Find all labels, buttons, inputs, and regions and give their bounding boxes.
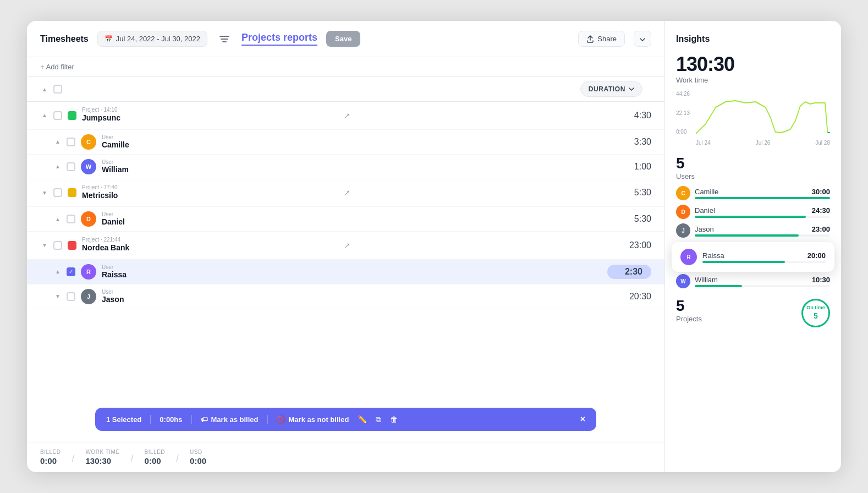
usd-value: 0:00 xyxy=(190,456,206,465)
users-count: 5 xyxy=(676,155,830,172)
share-dropdown-btn[interactable] xyxy=(634,31,651,47)
avatar: D xyxy=(81,211,96,227)
user-stat-bar-wrap xyxy=(695,234,830,237)
project-row[interactable]: ▼ Project · 221:44 Nordea Bank ↗ 23:00 xyxy=(27,232,664,260)
save-button[interactable]: Save xyxy=(326,31,360,47)
chart-x-jul28: Jul 28 xyxy=(815,140,830,146)
user-checkbox[interactable] xyxy=(67,267,75,276)
user-stat-time: 10:30 xyxy=(803,276,830,284)
main-panel: Timesheets 📅 Jul 24, 2022 - Jul 30, 2022… xyxy=(27,21,665,472)
date-range-btn[interactable]: 📅 Jul 24, 2022 - Jul 30, 2022 xyxy=(97,31,207,47)
user-stat-time: 23:00 xyxy=(803,225,830,233)
delete-icon[interactable]: 🗑 xyxy=(390,415,398,424)
projects-section: 5 Projects On time 5 xyxy=(676,297,830,328)
close-button[interactable]: × xyxy=(580,414,585,424)
header: Timesheets 📅 Jul 24, 2022 - Jul 30, 2022… xyxy=(27,21,664,57)
duration-sort-btn[interactable]: DURATION xyxy=(580,81,642,97)
project-info: Project · 14:10 Jumpsunc xyxy=(82,107,339,124)
insights-title: Insights xyxy=(676,34,830,44)
work-time-label: WORK TIME xyxy=(85,449,119,455)
user-label: User xyxy=(102,289,607,295)
bottom-bar-wrapper: 1 Selected 0:00hs 🏷 Mark as billed 🚫 Mar… xyxy=(27,397,664,442)
user-stat-name: Raissa xyxy=(702,251,798,260)
user-duration: 5:30 xyxy=(607,214,651,224)
user-stat-time: 24:30 xyxy=(803,206,830,215)
insights-panel: Insights 130:30 Work time 44:26 22:13 0:… xyxy=(665,21,841,472)
project-label: Project · 14:10 xyxy=(82,107,339,113)
filter-icon-btn[interactable] xyxy=(216,32,233,46)
user-stat-block: Camille 30:00 xyxy=(695,188,830,199)
billed-stat: BILLED 0:00 xyxy=(40,449,61,465)
external-link-icon[interactable]: ↗ xyxy=(344,188,350,197)
project-name: Jumpsunc xyxy=(82,113,339,124)
user-checkbox[interactable] xyxy=(67,215,75,223)
avatar: R xyxy=(680,249,697,265)
expand-project-btn[interactable]: ▼ xyxy=(40,241,49,250)
avatar: J xyxy=(81,289,96,304)
chart-area: 44:26 22:13 0:00 Ju xyxy=(676,91,830,146)
mark-not-billed-label: Mark as not billed xyxy=(289,415,349,424)
collapse-all-btn[interactable]: ▲ xyxy=(40,85,49,94)
project-checkbox[interactable] xyxy=(53,188,62,197)
users-section: 5 Users xyxy=(676,155,830,180)
user-row: ▲ C User Camille 3:30 xyxy=(27,130,664,155)
user-label: User xyxy=(102,265,607,270)
user-checkbox[interactable] xyxy=(67,292,75,301)
date-range-label: Jul 24, 2022 - Jul 30, 2022 xyxy=(116,35,200,43)
on-time-badge: On time 5 xyxy=(801,299,830,327)
user-name: Raissa xyxy=(102,270,607,279)
stat-separator: / xyxy=(131,453,134,465)
report-title[interactable]: Projects reports xyxy=(241,32,317,46)
copy-icon[interactable]: ⧉ xyxy=(376,415,381,424)
user-checkbox[interactable] xyxy=(67,162,75,171)
user-stat-bar xyxy=(695,234,799,237)
chart-x-jul24: Jul 24 xyxy=(696,140,711,146)
project-row[interactable]: ▲ Project · 14:10 Jumpsunc ↗ 4:30 xyxy=(27,102,664,130)
user-name: Camille xyxy=(102,140,607,149)
expand-user-btn[interactable]: ▼ xyxy=(53,292,62,301)
expand-project-btn[interactable]: ▲ xyxy=(40,111,49,120)
mark-not-billed-btn[interactable]: 🚫 Mark as not billed xyxy=(277,415,349,424)
billed2-value: 0:00 xyxy=(145,456,165,465)
user-duration: 3:30 xyxy=(607,137,651,147)
user-row: ▲ R User Raissa 2:30 xyxy=(27,260,664,284)
user-stat-name: Camille xyxy=(695,188,803,196)
expand-project-btn[interactable]: ▼ xyxy=(40,188,49,197)
user-row: ▲ D User Daniel 5:30 xyxy=(27,207,664,232)
chart-y-max: 44:26 xyxy=(676,91,690,97)
user-stat-bar-wrap xyxy=(695,216,830,218)
mark-billed-icon: 🏷 xyxy=(201,415,208,424)
project-duration: 5:30 xyxy=(607,188,651,198)
project-label: Project · 221:44 xyxy=(82,237,339,243)
filter-icon xyxy=(219,35,229,43)
chart-y-labels: 44:26 22:13 0:00 xyxy=(676,91,690,135)
page-title: Timesheets xyxy=(40,34,89,44)
project-checkbox[interactable] xyxy=(53,111,62,120)
expand-user-btn[interactable]: ▲ xyxy=(53,138,62,146)
chart-x-jul26: Jul 26 xyxy=(756,140,771,146)
chart-y-min: 0:00 xyxy=(676,129,690,135)
user-duration: 1:00 xyxy=(607,162,651,172)
user-info: User William xyxy=(102,160,607,174)
expand-user-btn[interactable]: ▲ xyxy=(53,162,62,171)
add-filter-button[interactable]: + Add filter xyxy=(40,63,74,71)
avatar: R xyxy=(81,264,96,280)
expand-user-btn[interactable]: ▲ xyxy=(53,215,62,223)
share-button[interactable]: Share xyxy=(578,31,625,47)
project-name: Metricsilo xyxy=(82,190,339,201)
selected-time-label: 0:00hs xyxy=(160,415,182,424)
external-link-icon[interactable]: ↗ xyxy=(344,111,350,120)
edit-icon[interactable]: ✏️ xyxy=(358,415,367,424)
external-link-icon[interactable]: ↗ xyxy=(344,241,350,250)
billed2-stat: BILLED 0:00 xyxy=(145,449,165,465)
user-duration: 20:30 xyxy=(607,292,651,302)
expand-user-btn[interactable]: ▲ xyxy=(53,267,62,276)
select-all-checkbox[interactable] xyxy=(53,85,62,94)
raissa-tooltip-wrapper: R Raissa 20:00 xyxy=(676,242,830,272)
table-header-row: ▲ DURATION xyxy=(27,77,664,102)
project-row[interactable]: ▼ Project · 77:40 Metricsilo ↗ 5:30 xyxy=(27,179,664,207)
mark-billed-btn[interactable]: 🏷 Mark as billed xyxy=(201,415,259,424)
chart-y-mid: 22:13 xyxy=(676,110,690,116)
project-checkbox[interactable] xyxy=(53,241,62,250)
user-checkbox[interactable] xyxy=(67,138,75,146)
